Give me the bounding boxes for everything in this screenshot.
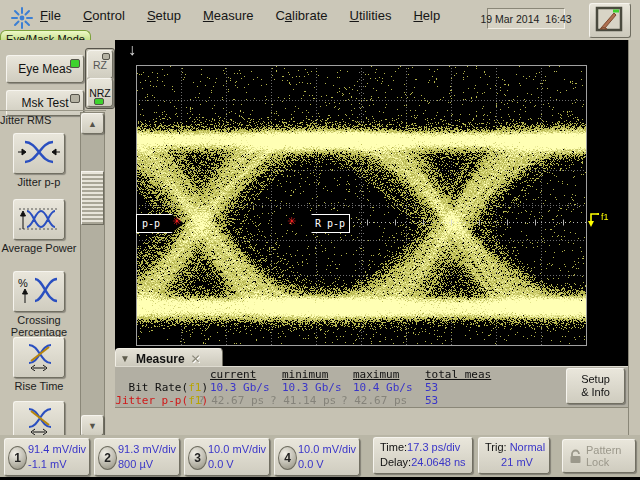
- rz-button[interactable]: RZ: [87, 50, 113, 79]
- measure-row-label-bit-rate: Bit Rate(f1): [115, 381, 208, 394]
- measure-col-header: current: [210, 368, 256, 381]
- eye-meas-label: Eye Meas: [18, 62, 71, 76]
- touchscreen-toggle-button[interactable]: [589, 3, 631, 38]
- time-label: Time:: [380, 441, 407, 453]
- rz-nrz-group: RZ NRZ: [85, 48, 115, 109]
- measure-col-header: total meas: [425, 368, 491, 381]
- eye-meas-button[interactable]: Eye Meas: [6, 55, 84, 83]
- channel-number-badge: 1: [8, 446, 27, 470]
- average-power-icon-button[interactable]: [13, 199, 65, 240]
- jitter-rms-label: Jitter RMS: [0, 114, 78, 126]
- measure-value: 53: [425, 381, 438, 394]
- trig-mode-value: Normal: [510, 441, 545, 453]
- channel-number-badge: 2: [98, 446, 117, 470]
- meas-button-fall-time: [0, 401, 78, 436]
- channel-number-badge: 4: [278, 446, 297, 470]
- pattern-lock-button[interactable]: Pattern Lock: [562, 439, 636, 473]
- touch-hand-icon: [590, 4, 628, 35]
- measure-col-header: maximum: [353, 368, 399, 381]
- channel-scale-values: 10.0 mV/div0.0 V: [298, 442, 356, 472]
- measure-results-panel: Setup & Info currentminimummaximumtotal …: [115, 366, 628, 408]
- meas-button-crossing-percentage: %Crossing Percentage: [0, 271, 78, 338]
- jitter-pp-icon-button[interactable]: [13, 133, 65, 174]
- channel-scale-values: 91.4 mV/div-1.1 mV: [28, 442, 86, 472]
- measure-value: 10.4 Gb/s: [353, 381, 413, 394]
- date-time-display: 19 Mar 2014 16:43: [487, 8, 565, 29]
- f1-marker-label: f1: [601, 212, 609, 222]
- sidebar: Eye Meas Msk Test RZ NRZ Jitter RMS Jitt…: [0, 40, 116, 435]
- menu-item-setup[interactable]: Setup: [147, 8, 181, 23]
- jitter-marker-left-label: p-p: [142, 218, 160, 229]
- trigger-button[interactable]: Trig: Normal 21 mV: [478, 437, 550, 474]
- menu-item-control[interactable]: Control: [83, 8, 125, 23]
- pattern-lock-line1: Pattern: [586, 444, 621, 456]
- fall-time-icon-button[interactable]: [13, 401, 65, 436]
- menu-item-calibrate[interactable]: Calibrate: [275, 8, 327, 23]
- delay-label: Delay:: [380, 456, 411, 468]
- bottom-status-bar: Time:17.3 ps/div Delay:24.0648 ns Trig: …: [0, 435, 640, 477]
- trig-label: Trig:: [485, 441, 507, 453]
- timebase-button[interactable]: Time:17.3 ps/div Delay:24.0648 ns: [373, 437, 473, 474]
- meas-button-label: Crossing Percentage: [0, 314, 78, 338]
- channel-3-button[interactable]: 310.0 mV/div0.0 V: [184, 438, 270, 476]
- trig-level-value: 21 mV: [501, 456, 533, 468]
- nrz-button[interactable]: NRZ: [87, 78, 113, 107]
- trigger-position-arrow-icon: ↓: [128, 40, 136, 60]
- return-arrow-icon: [587, 212, 601, 229]
- meas-button-label: Jitter p-p: [0, 176, 78, 188]
- measure-value: ? 41.14 ps: [270, 394, 336, 407]
- scroll-up-icon: ▲: [88, 119, 97, 129]
- meas-button-label: Rise Time: [0, 380, 78, 392]
- menu-bar: FileControlSetupMeasureCalibrateUtilitie…: [0, 0, 640, 41]
- menu-item-utilities[interactable]: Utilities: [350, 8, 392, 23]
- menu-item-measure[interactable]: Measure: [203, 8, 254, 23]
- sidebar-scrollbar[interactable]: ▲ ▼: [80, 112, 105, 437]
- lock-icon: [569, 449, 582, 464]
- jitter-marker-right-label: R p-p: [315, 218, 345, 229]
- channel-scale-values: 10.0 mV/div0.0 V: [208, 442, 266, 472]
- measure-value: ? 42.67 ps: [198, 394, 264, 407]
- meas-button-rise-time: Rise Time: [0, 337, 78, 392]
- nrz-led: [94, 98, 104, 105]
- measure-value: 10.3 Gb/s: [282, 381, 342, 394]
- channel-1-button[interactable]: 191.4 mV/div-1.1 mV: [4, 438, 90, 476]
- frame-right: [628, 40, 640, 435]
- rz-label: RZ: [93, 59, 107, 71]
- agilent-logo-icon: [9, 5, 35, 31]
- marker-star-left-icon: ✳: [172, 216, 181, 227]
- channel-f1-ground-marker[interactable]: f1: [587, 212, 609, 229]
- measure-col-header: minimum: [282, 368, 328, 381]
- scrollbar-thumb[interactable]: [81, 171, 104, 225]
- measure-tab-label: Measure: [136, 352, 185, 366]
- frame-bottom: [115, 407, 640, 436]
- rise-time-icon-button[interactable]: [13, 337, 65, 378]
- rz-led: [102, 53, 110, 60]
- setup-info-button[interactable]: Setup & Info: [566, 368, 625, 404]
- nrz-label: NRZ: [89, 87, 111, 99]
- time-label: 16:43: [545, 13, 571, 25]
- measure-row-label-jitter-p-p: Jitter p-p(f1): [115, 394, 208, 407]
- channel-number-badge: 3: [188, 446, 207, 470]
- measure-close-icon[interactable]: ✕: [191, 352, 201, 366]
- menu-item-help[interactable]: Help: [413, 8, 440, 23]
- setup-info-line1: Setup: [581, 373, 610, 386]
- crossing-percentage-icon-button[interactable]: %: [13, 271, 65, 312]
- scroll-down-icon: ▼: [88, 421, 97, 431]
- instrument-screen: FileControlSetupMeasureCalibrateUtilitie…: [0, 0, 640, 480]
- menu-item-file[interactable]: File: [40, 8, 61, 23]
- scroll-up-button[interactable]: ▲: [81, 113, 104, 134]
- delay-value: 24.0648 ns: [411, 456, 465, 468]
- channel-2-button[interactable]: 291.3 mV/div800 µV: [94, 438, 180, 476]
- date-label: 19 Mar 2014: [480, 13, 539, 25]
- eye-meas-led: [70, 59, 80, 68]
- channel-4-button[interactable]: 410.0 mV/div0.0 V: [274, 438, 360, 476]
- svg-text:%: %: [18, 277, 28, 289]
- measure-value: ? 42.67 ps: [341, 394, 407, 407]
- marker-star-right-icon: ✳: [287, 216, 296, 227]
- meas-button-jitter-p-p: Jitter p-p: [0, 133, 78, 188]
- meas-button-average-power: Average Power: [0, 199, 78, 254]
- msk-test-label: Msk Test: [21, 96, 68, 110]
- time-value: 17.3 ps/div: [407, 441, 460, 453]
- setup-info-line2: & Info: [581, 386, 610, 399]
- scroll-down-button[interactable]: ▼: [81, 415, 104, 436]
